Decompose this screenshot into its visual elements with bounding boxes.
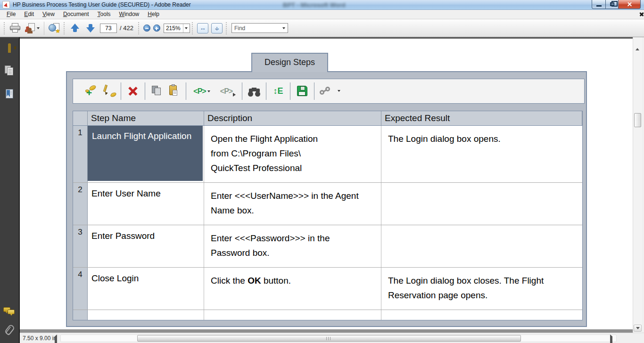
table-row-3: 3 Enter Password Enter <<<Password>>> in… xyxy=(73,225,582,268)
toolbar-separator xyxy=(290,82,290,100)
row-number: 1 xyxy=(73,126,88,182)
previous-page-button[interactable] xyxy=(67,22,83,34)
description-cell: Open the Flight Application from C:\Prog… xyxy=(204,126,381,182)
adobe-reader-app-icon xyxy=(2,1,10,8)
page-dimensions-label: 7.50 x 9.00 in xyxy=(23,333,57,343)
paste-steps-icon xyxy=(165,83,182,99)
pages-icon xyxy=(4,65,15,76)
down-arrow-icon xyxy=(86,23,96,33)
scroll-left-button[interactable] xyxy=(55,336,57,343)
toolbar-grip xyxy=(226,22,228,34)
find-dropdown-button[interactable] xyxy=(281,24,288,33)
zoom-out-button[interactable] xyxy=(143,24,150,32)
col-header-step-name: Step Name xyxy=(88,111,204,125)
pane-top-edge xyxy=(20,37,633,39)
attachments-panel-button[interactable] xyxy=(0,322,19,338)
web-tools-button[interactable]: ★ xyxy=(47,22,62,34)
menu-window[interactable]: Window xyxy=(115,10,144,19)
scroll-up-button[interactable] xyxy=(636,40,639,49)
edit-step-icon xyxy=(100,83,117,99)
restore-button[interactable] xyxy=(605,0,619,9)
restore-icon xyxy=(610,2,614,6)
menu-view[interactable]: View xyxy=(38,10,59,19)
vertical-scrollbar[interactable] xyxy=(633,37,642,333)
description-cell: Enter <<<UserName>>> in the Agent Name b… xyxy=(204,183,381,225)
row-number: 4 xyxy=(73,268,88,310)
toolbar-grip xyxy=(64,22,66,34)
table-filler-row xyxy=(73,310,582,320)
toolbar-grip xyxy=(192,22,194,34)
background-window-blurred-text: BPT - Microsoft Word xyxy=(283,1,346,8)
toolbar-separator xyxy=(44,22,44,35)
status-bar: 7.50 x 9.00 in xyxy=(20,333,644,343)
main-toolbar: ★ / 422 215% ↔ ↔ ↕ xyxy=(0,19,644,37)
fit-width-button[interactable]: ↔ xyxy=(197,23,208,33)
row-number-header xyxy=(73,111,88,125)
up-arrow-icon xyxy=(636,40,639,50)
step-name-cell: Close Login xyxy=(88,268,204,310)
zoom-dropdown-button[interactable] xyxy=(183,24,190,33)
menu-file[interactable]: File xyxy=(2,10,20,19)
toolbar-separator xyxy=(121,82,121,100)
next-page-button[interactable] xyxy=(83,22,99,34)
minimize-button[interactable] xyxy=(592,0,605,9)
expected-result-cell xyxy=(381,225,582,267)
zoom-level-select[interactable]: 215% xyxy=(164,24,190,33)
fit-page-button[interactable]: ↔ ↕ xyxy=(211,23,223,33)
toolbar-separator xyxy=(242,82,242,100)
scroll-down-button[interactable] xyxy=(634,325,642,332)
page-number-input[interactable] xyxy=(100,24,117,33)
print-button[interactable] xyxy=(8,22,23,34)
table-row-1: 1 Launch Flight Application Open the Fli… xyxy=(73,126,582,183)
right-gutter xyxy=(642,37,644,343)
right-arrow-icon xyxy=(610,335,612,343)
horizontal-scrollbar[interactable] xyxy=(60,335,617,342)
horizontal-scrollbar-thumb[interactable] xyxy=(137,335,521,342)
step-name-cell: Enter User Name xyxy=(88,183,204,225)
page-count-label: / 422 xyxy=(120,24,133,32)
design-steps-toolbar: + <P> <P> ↕E xyxy=(73,79,585,104)
chevron-down-icon xyxy=(185,27,188,29)
collaborate-dropdown-icon xyxy=(37,27,40,29)
bookmarks-panel-button[interactable] xyxy=(0,86,19,102)
close-button[interactable] xyxy=(619,0,641,9)
bookmarks-icon xyxy=(4,89,15,100)
collaborate-button[interactable] xyxy=(23,22,41,34)
menu-tools[interactable]: Tools xyxy=(93,10,115,19)
menu-bar: File Edit View Document Tools Window Hel… xyxy=(0,10,644,19)
toolbar-separator xyxy=(266,82,266,100)
menu-document[interactable]: Document xyxy=(59,10,93,19)
expected-result-cell xyxy=(381,183,582,225)
collaborate-icon xyxy=(25,23,35,33)
description-cell: Click the OK button. xyxy=(204,268,381,310)
design-steps-panel: + <P> <P> ↕E Step Name Description xyxy=(66,71,587,327)
toolbar-grip xyxy=(4,22,6,34)
title-bar: HP Business Process Testing User Guide (… xyxy=(0,0,644,10)
col-header-description: Description xyxy=(204,111,381,125)
down-arrow-icon xyxy=(636,327,640,329)
menu-edit[interactable]: Edit xyxy=(20,10,38,19)
window-title: HP Business Process Testing User Guide (… xyxy=(13,0,191,10)
toolbar-separator xyxy=(314,82,314,100)
vertical-scrollbar-thumb[interactable] xyxy=(634,113,641,127)
pages-panel-button[interactable] xyxy=(0,63,19,79)
zoom-in-button[interactable] xyxy=(153,24,160,32)
table-header-row: Step Name Description Expected Result xyxy=(73,111,582,126)
security-panel-button[interactable] xyxy=(0,41,19,57)
row-number: 3 xyxy=(73,225,88,267)
scroll-right-button[interactable] xyxy=(610,336,612,343)
fit-width-icon: ↔ xyxy=(199,24,206,32)
adobe-reader-window: HP Business Process Testing User Guide (… xyxy=(0,0,644,343)
toolbar-grip xyxy=(138,22,140,34)
toolbar-separator xyxy=(186,82,186,100)
security-lock-icon xyxy=(8,45,11,53)
comments-panel-button[interactable] xyxy=(0,304,19,320)
design-steps-table: Step Name Description Expected Result 1 … xyxy=(73,111,583,320)
chevron-down-icon xyxy=(282,27,285,29)
expected-result-cell: The Login dialog box closes. The Flight … xyxy=(381,268,582,310)
menu-help[interactable]: Help xyxy=(143,10,164,19)
find-input[interactable] xyxy=(232,24,281,33)
parameter-link-icon xyxy=(318,83,342,99)
table-row-4: 4 Close Login Click the OK button. The L… xyxy=(73,268,582,310)
zoom-level-value: 215% xyxy=(164,25,183,32)
